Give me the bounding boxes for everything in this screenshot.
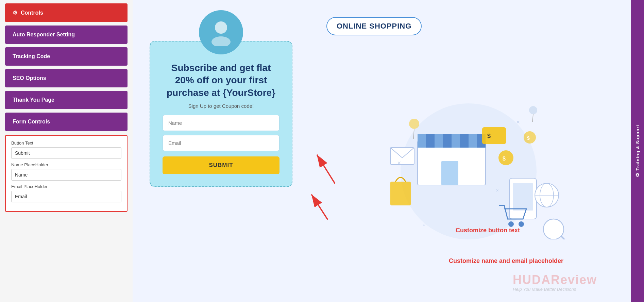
training-support-label: ✪ Training & Support — [635, 124, 640, 178]
button-text-group: Button Text — [11, 140, 121, 159]
email-placeholder-group: Email PlaceHolder — [11, 184, 121, 202]
annotation-placeholder: Customize name and email placeholder — [449, 257, 563, 265]
svg-line-42 — [311, 194, 328, 219]
svg-point-33 — [529, 106, 537, 114]
svg-line-41 — [317, 155, 335, 184]
svg-rect-5 — [418, 134, 426, 148]
sidebar-item-label: Auto Responder Setting — [13, 32, 75, 38]
right-sidebar[interactable]: ✪ Training & Support — [631, 0, 644, 302]
svg-point-31 — [409, 119, 419, 129]
svg-rect-9 — [452, 134, 460, 148]
svg-point-18 — [524, 131, 536, 144]
svg-text:$: $ — [487, 133, 491, 139]
card-title: Subscribe and get flat 20% off on your f… — [163, 62, 279, 99]
name-placeholder-input[interactable] — [11, 169, 121, 181]
svg-rect-13 — [441, 161, 458, 185]
sidebar-item-label: Controls — [21, 10, 43, 16]
svg-point-1 — [211, 36, 231, 46]
svg-line-30 — [561, 236, 567, 239]
form-controls-panel: Button Text Name PlaceHolder Email Place… — [5, 135, 128, 212]
subscription-card: Subscribe and get flat 20% off on your f… — [150, 41, 292, 187]
svg-rect-26 — [390, 148, 414, 165]
svg-rect-14 — [482, 127, 506, 144]
name-placeholder-label: Name PlaceHolder — [11, 162, 121, 167]
card-email-input[interactable] — [163, 135, 279, 151]
svg-point-29 — [543, 219, 564, 239]
online-shopping-label: ONLINE SHOPPING — [337, 22, 411, 30]
sidebar-item-tracking-code[interactable]: Tracking Code — [5, 47, 128, 66]
svg-text:$: $ — [503, 156, 506, 162]
svg-point-0 — [215, 21, 227, 34]
svg-rect-20 — [390, 182, 411, 205]
watermark: HUDAReview Help You Make Better Decision… — [513, 273, 597, 292]
svg-text:◇: ◇ — [423, 222, 426, 227]
sidebar: ⚙ Controls Auto Responder Setting Tracki… — [0, 0, 133, 302]
svg-point-16 — [498, 150, 513, 165]
svg-text:$: $ — [527, 135, 530, 141]
svg-text:✕: ✕ — [516, 119, 520, 125]
subscription-card-wrapper: Subscribe and get flat 20% off on your f… — [133, 0, 306, 302]
svg-rect-7 — [435, 134, 443, 148]
svg-rect-22 — [513, 183, 533, 211]
svg-point-27 — [508, 221, 514, 227]
sidebar-item-controls[interactable]: ⚙ Controls — [5, 3, 128, 22]
sidebar-item-label: Form Controls — [13, 119, 50, 125]
sidebar-item-label: SEO Options — [13, 75, 46, 81]
button-text-label: Button Text — [11, 140, 121, 146]
annotation-placeholder-label: Customize name and email placeholder — [449, 257, 563, 264]
sidebar-item-seo-options[interactable]: SEO Options — [5, 69, 128, 87]
svg-rect-6 — [426, 134, 435, 148]
email-placeholder-label: Email PlaceHolder — [11, 184, 121, 189]
preview-area: Subscribe and get flat 20% off on your f… — [133, 0, 644, 302]
sidebar-item-thank-you-page[interactable]: Thank You Page — [5, 91, 128, 109]
main-wrapper: ⚙ Controls Auto Responder Setting Tracki… — [0, 0, 644, 302]
name-placeholder-group: Name PlaceHolder — [11, 162, 121, 181]
watermark-brand: HUDAReview — [513, 273, 597, 287]
sidebar-item-label: Tracking Code — [13, 53, 50, 60]
shop-illustration: $ $ $ — [363, 83, 574, 239]
svg-text:✕: ✕ — [496, 188, 499, 192]
sidebar-item-form-controls[interactable]: Form Controls — [5, 113, 128, 131]
main-content: Subscribe and get flat 20% off on your f… — [133, 0, 644, 302]
online-shopping-bubble: ONLINE SHOPPING — [326, 17, 422, 35]
svg-rect-8 — [443, 134, 452, 148]
illustration-area: ONLINE SHOPPING — [306, 0, 631, 302]
person-icon — [207, 19, 235, 46]
card-submit-button[interactable]: SUBMIT — [163, 156, 279, 174]
svg-rect-10 — [460, 134, 469, 148]
gear-icon: ⚙ — [13, 10, 17, 16]
svg-text:✕: ✕ — [397, 160, 401, 166]
person-icon-area — [199, 10, 243, 54]
email-placeholder-input[interactable] — [11, 191, 121, 202]
svg-rect-11 — [469, 134, 477, 148]
card-name-input[interactable] — [163, 115, 279, 131]
card-subtitle: Sign Up to get Coupon code! — [188, 103, 254, 109]
sidebar-item-label: Thank You Page — [13, 97, 54, 103]
svg-line-34 — [532, 114, 533, 122]
watermark-tagline: Help You Make Better Decisions — [513, 287, 597, 292]
sidebar-item-auto-responder[interactable]: Auto Responder Setting — [5, 26, 128, 44]
svg-point-28 — [519, 221, 524, 227]
button-text-input[interactable] — [11, 147, 121, 159]
